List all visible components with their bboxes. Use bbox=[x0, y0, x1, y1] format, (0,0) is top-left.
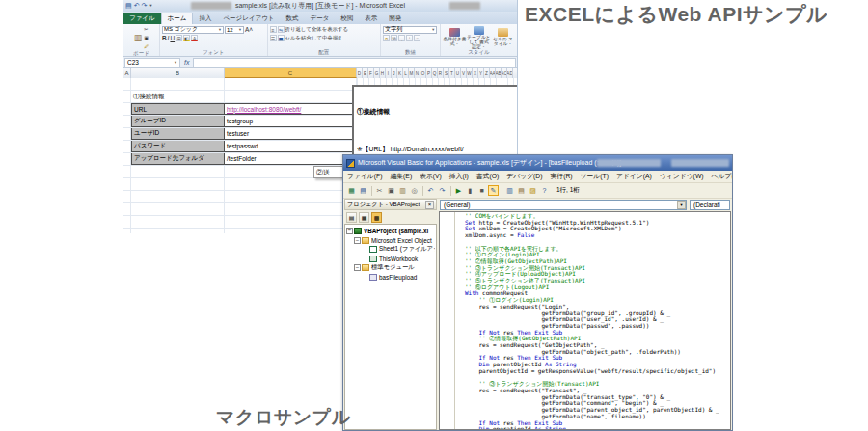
chevron-down-icon[interactable]: ▼ bbox=[677, 201, 686, 209]
merge-center-icon[interactable]: ⬒ bbox=[278, 35, 285, 41]
percent-icon[interactable]: % bbox=[391, 35, 397, 41]
style-button[interactable]: セルの スタイル・ bbox=[491, 28, 515, 46]
sheet-cell[interactable] bbox=[123, 178, 131, 190]
sheet-cell-label[interactable] bbox=[131, 216, 225, 228]
collapse-icon[interactable]: − bbox=[354, 264, 361, 271]
sheet-cell-value[interactable] bbox=[225, 78, 357, 90]
vba-menu-item[interactable]: ヘルプ(H) bbox=[708, 172, 733, 181]
view-code-icon[interactable]: ▤ bbox=[346, 212, 357, 223]
sheet-cell-label[interactable] bbox=[131, 191, 225, 202]
code-line[interactable]: xmlDom.async = False bbox=[465, 232, 730, 239]
vba-menu-item[interactable]: ウィンドウ(W) bbox=[656, 172, 708, 181]
qat-dropdown-icon[interactable]: ▼ bbox=[149, 1, 152, 11]
font-size-combo[interactable]: 12▼ bbox=[225, 26, 244, 34]
vba-menu-item[interactable]: デバッグ(D) bbox=[502, 172, 546, 181]
sheet-cell[interactable] bbox=[123, 166, 131, 177]
italic-button[interactable]: I bbox=[168, 35, 170, 42]
excel-file-tab[interactable]: ファイル bbox=[123, 13, 161, 24]
url-link[interactable]: http://localhost:8080/webft/ bbox=[227, 106, 301, 113]
close-icon[interactable]: × bbox=[425, 201, 434, 209]
vba-menu-item[interactable]: アドイン(A) bbox=[612, 172, 656, 181]
style-button[interactable]: 条件付き書式・ bbox=[443, 28, 467, 46]
align-left-icon[interactable]: ☰ bbox=[270, 35, 277, 41]
number-format-combo[interactable]: 文字列▼ bbox=[383, 26, 437, 34]
view-excel-icon[interactable]: ▦ bbox=[346, 185, 357, 196]
sheet-cell-value[interactable] bbox=[225, 203, 357, 215]
vba-menu-item[interactable]: 表示(V) bbox=[416, 172, 446, 181]
design-mode-icon[interactable]: ✎ bbox=[488, 185, 499, 196]
object-dropdown[interactable]: (General) ▼ bbox=[440, 200, 687, 210]
vba-menu-item[interactable]: 挿入(I) bbox=[446, 172, 473, 181]
vba-menu-item[interactable]: 実行(R) bbox=[547, 172, 577, 181]
sheet-cell[interactable] bbox=[123, 91, 131, 102]
redo-icon[interactable]: ↷ bbox=[437, 185, 448, 196]
code-line[interactable]: parentObjectId = getResponseValue("webft… bbox=[465, 368, 730, 375]
excel-ribbon-tab[interactable]: 開発 bbox=[383, 13, 407, 24]
sheet-cell-label[interactable] bbox=[131, 78, 225, 90]
excel-ribbon-tab[interactable]: ホーム bbox=[161, 13, 194, 24]
paste-icon[interactable]: ▥ bbox=[397, 185, 408, 196]
sheet-cell[interactable] bbox=[123, 216, 131, 228]
align-top-icon[interactable]: ≡ bbox=[270, 26, 277, 33]
fill-color-icon[interactable]: ◧ bbox=[183, 35, 190, 41]
increase-decimal-icon[interactable]: ⁺ bbox=[406, 35, 413, 41]
undo-icon[interactable]: ↶ bbox=[425, 185, 436, 196]
help-icon[interactable]: ? bbox=[539, 185, 550, 196]
sheet-cell[interactable] bbox=[123, 229, 131, 233]
copy-icon[interactable]: ▣ bbox=[144, 34, 149, 41]
excel-ribbon-tab[interactable]: データ bbox=[305, 13, 336, 24]
excel-column-header[interactable]: B bbox=[131, 68, 225, 78]
sheet-cell-value[interactable]: testgroup bbox=[225, 116, 357, 127]
currency-icon[interactable]: ¤ bbox=[383, 35, 390, 41]
excel-ribbon-tab[interactable]: 数式 bbox=[281, 13, 305, 24]
project-tree-item[interactable]: −VBAProject (sample.xl bbox=[346, 227, 435, 236]
sheet-cell-value[interactable]: testuser bbox=[225, 128, 357, 140]
excel-ribbon-tab[interactable]: ページレイアウト bbox=[217, 13, 280, 24]
break-icon[interactable]: ▮ bbox=[465, 185, 475, 196]
collapse-icon[interactable]: − bbox=[354, 237, 361, 244]
project-tree-item[interactable]: ThisWorkbook bbox=[346, 255, 435, 264]
excel-column-header-selected[interactable]: C bbox=[225, 68, 357, 78]
sheet-cell-value[interactable] bbox=[225, 229, 357, 233]
sheet-cell-label[interactable]: ①接続情報 bbox=[131, 91, 225, 102]
excel-column-header[interactable]: A bbox=[123, 68, 131, 78]
code-text[interactable]: '' COMをバインドします。Set http = CreateObject("… bbox=[456, 213, 730, 429]
sheet-cell-value[interactable] bbox=[225, 191, 357, 202]
toggle-folders-icon[interactable]: ▩ bbox=[371, 212, 382, 223]
excel-ribbon-tab[interactable]: 校閲 bbox=[335, 13, 359, 24]
decrease-decimal-icon[interactable]: ⁻ bbox=[414, 35, 420, 41]
sheet-cell-value[interactable]: testpasswd bbox=[225, 141, 357, 152]
find-icon[interactable]: ◎ bbox=[409, 185, 420, 196]
vba-menu-item[interactable]: 書式(O) bbox=[473, 172, 502, 181]
cut-icon[interactable]: ✂ bbox=[144, 25, 149, 33]
save-icon[interactable]: ▤ bbox=[358, 185, 368, 196]
view-object-icon[interactable]: ▦ bbox=[359, 212, 369, 223]
sheet-cell-value[interactable]: /testFolder bbox=[225, 153, 357, 165]
excel-ribbon-tab[interactable]: 表示 bbox=[359, 13, 383, 24]
sheet-cell-label[interactable]: ユーザID bbox=[131, 128, 225, 140]
sheet-cell-label[interactable]: URL bbox=[131, 103, 225, 115]
style-button[interactable]: テーブルとして 書式設定・ bbox=[467, 26, 491, 49]
project-tree-item[interactable]: basFileupload bbox=[346, 273, 435, 283]
bold-button[interactable]: B bbox=[162, 35, 167, 42]
name-box[interactable]: C23▼ bbox=[124, 58, 180, 67]
procedure-dropdown[interactable]: (Declarati bbox=[690, 200, 730, 210]
sheet-cell[interactable] bbox=[123, 191, 131, 202]
sheet-cell[interactable] bbox=[123, 103, 131, 115]
wrap-text-label[interactable]: 折り返して全体を表示する bbox=[285, 26, 348, 33]
undo-icon[interactable]: ↶ bbox=[134, 1, 140, 11]
format-painter-icon[interactable]: 🖉 bbox=[144, 42, 149, 50]
merge-center-label[interactable]: セルを結合して中央揃え bbox=[285, 35, 343, 41]
collapse-icon[interactable]: − bbox=[346, 228, 353, 234]
sheet-cell[interactable] bbox=[123, 203, 131, 215]
borders-icon[interactable]: ⊞ bbox=[176, 35, 182, 41]
sheet-cell-label[interactable] bbox=[131, 203, 225, 215]
comma-icon[interactable]: , bbox=[398, 35, 405, 41]
sheet-cell[interactable] bbox=[123, 128, 131, 140]
project-tree-item[interactable]: −標準モジュール bbox=[346, 263, 435, 273]
sheet-cell[interactable] bbox=[123, 141, 131, 152]
vba-menu-item[interactable]: ツール(T) bbox=[577, 172, 612, 181]
sheet-cell[interactable] bbox=[123, 116, 131, 127]
excel-column-header[interactable]: AD bbox=[507, 68, 513, 78]
sheet-cell-label[interactable]: アップロード先フォルダ bbox=[131, 153, 225, 165]
